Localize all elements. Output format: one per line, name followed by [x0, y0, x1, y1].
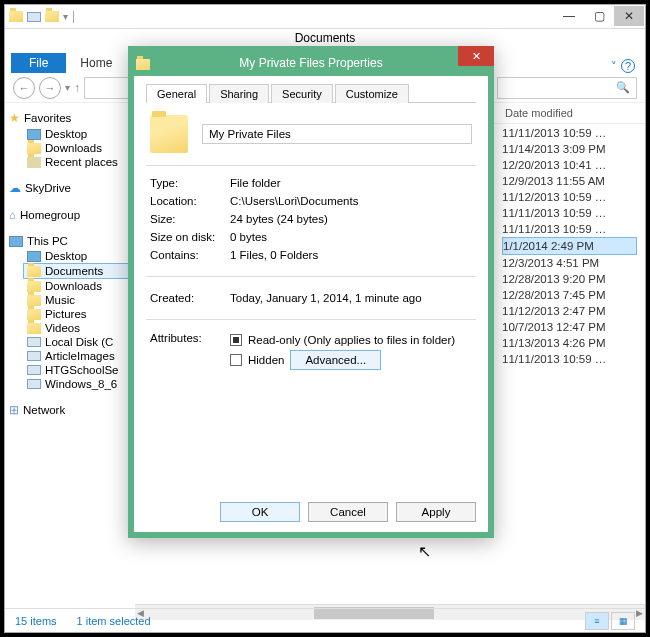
qat-sep: ▾ │ — [63, 11, 77, 22]
nav-pc-htg[interactable]: HTGSchoolSe — [9, 363, 131, 377]
sizeondisk-label: Size on disk: — [150, 231, 230, 243]
apply-button[interactable]: Apply — [396, 502, 476, 522]
ok-button[interactable]: OK — [220, 502, 300, 522]
nav-fav-recent[interactable]: Recent places — [9, 155, 131, 169]
close-button[interactable]: ✕ — [614, 6, 644, 26]
tab-file[interactable]: File — [11, 53, 66, 73]
app-icon — [9, 11, 23, 22]
list-row[interactable]: 10/7/2013 12:47 PM — [502, 319, 637, 335]
qat-icon-2[interactable] — [45, 11, 59, 22]
list-row[interactable]: 11/12/2013 2:47 PM — [502, 303, 637, 319]
nav-thispc[interactable]: This PC — [9, 233, 131, 249]
nav-favorites[interactable]: ★Favorites — [9, 109, 131, 127]
col-date[interactable]: Date modified — [505, 107, 645, 119]
dialog-close-button[interactable]: ✕ — [458, 46, 494, 66]
nav-pc-documents[interactable]: Documents — [23, 263, 131, 279]
window-title: Documents — [5, 29, 645, 47]
nav-network[interactable]: ⊞Network — [9, 401, 131, 419]
nav-pc-desktop[interactable]: Desktop — [9, 249, 131, 263]
type-label: Type: — [150, 177, 230, 189]
list-row[interactable]: 11/11/2013 10:59 … — [502, 125, 637, 141]
list-row[interactable]: 12/3/2013 4:51 PM — [502, 255, 637, 271]
attributes-label: Attributes: — [150, 332, 230, 372]
advanced-button[interactable]: Advanced... — [290, 350, 381, 370]
folder-name-input[interactable] — [202, 124, 472, 144]
nav-pane: ★Favorites Desktop Downloads Recent plac… — [5, 103, 135, 620]
type-value: File folder — [230, 177, 472, 189]
recent-dropdown[interactable]: ▾ — [65, 82, 70, 93]
location-value: C:\Users\Lori\Documents — [230, 195, 472, 207]
view-icons-button[interactable]: ▦ — [611, 612, 635, 630]
nav-pc-article[interactable]: ArticleImages — [9, 349, 131, 363]
list-row[interactable]: 12/9/2013 11:55 AM — [502, 173, 637, 189]
tab-security[interactable]: Security — [271, 84, 333, 103]
nav-skydrive[interactable]: ☁SkyDrive — [9, 179, 131, 197]
list-row[interactable]: 11/11/2013 10:59 … — [502, 221, 637, 237]
properties-dialog: My Private Files Properties ✕ General Sh… — [128, 46, 494, 538]
titlebar: ▾ │ — ▢ ✕ — [5, 5, 645, 29]
folder-icon — [150, 115, 188, 153]
forward-button[interactable]: → — [39, 77, 61, 99]
nav-pc-videos[interactable]: Videos — [9, 321, 131, 335]
size-value: 24 bytes (24 bytes) — [230, 213, 472, 225]
list-row[interactable]: 12/28/2013 9:20 PM — [502, 271, 637, 287]
statusbar: 15 items 1 item selected ≡ ▦ — [5, 608, 645, 632]
list-row[interactable]: 12/28/2013 7:45 PM — [502, 287, 637, 303]
help-icon[interactable]: ˅ ? — [611, 59, 635, 73]
list-row[interactable]: 1/1/2014 2:49 PM — [502, 237, 637, 255]
tab-customize[interactable]: Customize — [335, 84, 409, 103]
list-row[interactable]: 11/13/2013 4:26 PM — [502, 335, 637, 351]
status-items: 15 items — [15, 615, 57, 627]
readonly-checkbox[interactable]: Read-only (Only applies to files in fold… — [230, 332, 472, 348]
up-button[interactable]: ↑ — [74, 81, 80, 95]
list-row[interactable]: 11/14/2013 3:09 PM — [502, 141, 637, 157]
contains-label: Contains: — [150, 249, 230, 261]
qat-icon-1[interactable] — [27, 12, 41, 22]
nav-pc-localc[interactable]: Local Disk (C — [9, 335, 131, 349]
search-input[interactable]: 🔍 — [497, 77, 637, 99]
tab-general[interactable]: General — [146, 84, 207, 103]
status-selected: 1 item selected — [77, 615, 151, 627]
contains-value: 1 Files, 0 Folders — [230, 249, 472, 261]
cancel-button[interactable]: Cancel — [308, 502, 388, 522]
created-value: Today, January 1, 2014, 1 minute ago — [230, 292, 472, 304]
list-row[interactable]: 12/20/2013 10:41 … — [502, 157, 637, 173]
list-row[interactable]: 11/11/2013 10:59 … — [502, 351, 637, 367]
list-row[interactable]: 11/11/2013 10:59 … — [502, 205, 637, 221]
view-details-button[interactable]: ≡ — [585, 612, 609, 630]
created-label: Created: — [150, 292, 230, 304]
location-label: Location: — [150, 195, 230, 207]
list-row[interactable]: 11/12/2013 10:59 … — [502, 189, 637, 205]
hidden-checkbox[interactable]: Hidden Advanced... — [230, 348, 472, 372]
sizeondisk-value: 0 bytes — [230, 231, 472, 243]
nav-homegroup[interactable]: ⌂Homegroup — [9, 207, 131, 223]
minimize-button[interactable]: — — [554, 6, 584, 26]
tab-sharing[interactable]: Sharing — [209, 84, 269, 103]
size-label: Size: — [150, 213, 230, 225]
maximize-button[interactable]: ▢ — [584, 6, 614, 26]
nav-pc-win8[interactable]: Windows_8_6 — [9, 377, 131, 391]
tab-home[interactable]: Home — [68, 53, 124, 73]
dialog-title: My Private Files Properties — [134, 56, 488, 70]
back-button[interactable]: ← — [13, 77, 35, 99]
